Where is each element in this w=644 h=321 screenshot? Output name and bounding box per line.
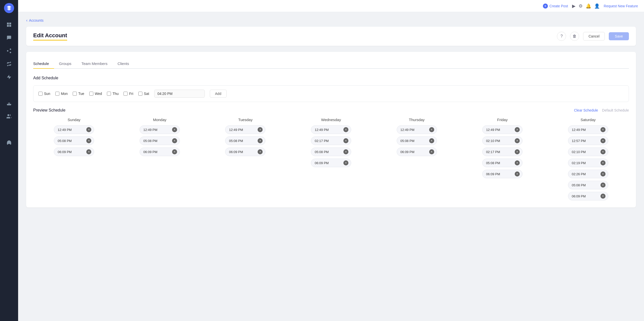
checkbox-tue[interactable] [73,92,77,96]
svg-rect-1 [9,23,11,24]
remove-time-button[interactable]: × [343,149,348,154]
remove-time-button[interactable]: × [429,149,434,154]
checkbox-wed[interactable] [89,92,93,96]
day-check-mon: Mon [55,92,68,96]
breadcrumb[interactable]: ‹ Accounts [26,18,636,23]
day-col-thursday: Thursday12:49 PM×05:08 PM×06:09 PM× [376,118,458,200]
checkbox-sun[interactable] [38,92,43,96]
remove-time-button[interactable]: × [515,149,520,154]
remove-time-button[interactable]: × [515,127,520,132]
remove-time-button[interactable]: × [515,160,520,165]
time-pill-text: 02:17 PM [486,150,513,154]
tab-clients[interactable]: Clients [112,59,134,69]
request-feature-link[interactable]: Request New Feature [604,4,638,8]
remove-time-button[interactable]: × [429,138,434,143]
create-post-label: Create Post [549,4,568,8]
sidebar-item-team[interactable] [4,111,15,122]
day-header-wednesday: Wednesday [321,118,341,122]
tab-groups[interactable]: Groups [54,59,76,69]
remove-time-button[interactable]: × [343,160,348,165]
time-pill-text: 02:10 PM [486,139,513,143]
remove-time-button[interactable]: × [429,127,434,132]
remove-time-button[interactable]: × [600,138,606,143]
video-icon[interactable]: ▶ [572,3,576,9]
label-thu: Thu [112,92,118,96]
remove-time-button[interactable]: × [600,183,606,188]
remove-time-button[interactable]: × [515,171,520,176]
time-pill: 12:57 PM× [568,136,608,145]
tab-schedule[interactable]: Schedule [33,59,54,69]
add-button[interactable]: Add [210,90,227,98]
notifications-icon[interactable]: 🔔 [586,3,591,9]
svg-rect-2 [7,25,9,27]
day-check-wed: Wed [89,92,102,96]
sidebar-item-megaphone[interactable] [4,72,15,83]
topbar-icons: ▶ ⚙ 🔔 👤 [572,3,600,9]
time-pill: 02:17 PM× [482,148,522,156]
time-pill-text: 02:19 PM [572,161,598,165]
checkbox-sat[interactable] [138,92,142,96]
time-pill-text: 05:08 PM [315,150,341,154]
settings-icon[interactable]: ⚙ [579,3,583,9]
cancel-button[interactable]: Cancel [583,32,605,41]
remove-time-button[interactable]: × [172,149,177,154]
remove-time-button[interactable]: × [172,127,177,132]
svg-point-13 [8,114,9,116]
remove-time-button[interactable]: × [258,127,263,132]
remove-time-button[interactable]: × [172,138,177,143]
sidebar-item-download[interactable] [4,98,15,109]
user-icon[interactable]: 👤 [594,3,600,9]
time-pill: 12:49 PM× [311,125,351,134]
sidebar-item-messages[interactable] [4,32,15,43]
time-pill: 12:49 PM× [482,125,522,134]
remove-time-button[interactable]: × [343,127,348,132]
remove-time-button[interactable]: × [600,127,606,132]
remove-time-button[interactable]: × [258,138,263,143]
remove-time-button[interactable]: × [600,171,606,176]
tab-team-members[interactable]: Team Members [76,59,112,69]
label-fri: Fri [129,92,133,96]
time-pill-text: 12:49 PM [486,128,513,132]
checkbox-fri[interactable] [124,92,128,96]
day-header-tuesday: Tuesday [238,118,253,122]
time-pill-text: 06:09 PM [315,161,341,165]
time-pill-text: 12:49 PM [58,128,84,132]
app-logo[interactable] [4,3,14,13]
sidebar-item-network[interactable] [4,45,15,56]
day-header-monday: Monday [153,118,166,122]
checkbox-thu[interactable] [107,92,111,96]
delete-button[interactable]: 🗑 [570,32,579,41]
time-pill: 06:09 PM× [397,148,437,156]
sidebar-item-support[interactable] [4,137,15,148]
time-input[interactable] [154,90,205,98]
remove-time-button[interactable]: × [600,160,606,165]
label-mon: Mon [61,92,68,96]
time-pill-text: 06:09 PM [143,150,170,154]
remove-time-button[interactable]: × [515,138,520,143]
remove-time-button[interactable]: × [86,138,91,143]
sidebar-item-list[interactable] [4,124,15,135]
clear-schedule-link[interactable]: Clear Schedule [574,108,598,112]
save-button[interactable]: Save [609,32,629,40]
help-button[interactable]: ? [557,32,566,41]
remove-time-button[interactable]: × [258,149,263,154]
time-pill-text: 06:09 PM [572,194,598,198]
time-pill: 05:08 PM× [397,136,437,145]
sidebar-item-dashboard[interactable] [4,19,15,30]
day-check-tue: Tue [73,92,84,96]
label-sat: Sat [144,92,149,96]
remove-time-button[interactable]: × [600,149,606,154]
sidebar-item-analytics[interactable] [4,85,15,96]
remove-time-button[interactable]: × [600,194,606,199]
remove-time-button[interactable]: × [86,127,91,132]
day-header-sunday: Sunday [68,118,80,122]
checkbox-mon[interactable] [55,92,59,96]
default-schedule-link[interactable]: Default Schedule [602,108,629,112]
create-post-button[interactable]: + Create Post [543,4,568,9]
time-pill-text: 05:08 PM [229,139,256,143]
time-pill: 02:17 PM× [311,136,351,145]
remove-time-button[interactable]: × [86,149,91,154]
sidebar-item-loop[interactable] [4,58,15,69]
remove-time-button[interactable]: × [343,138,348,143]
time-pill-text: 02:26 PM [572,172,598,176]
